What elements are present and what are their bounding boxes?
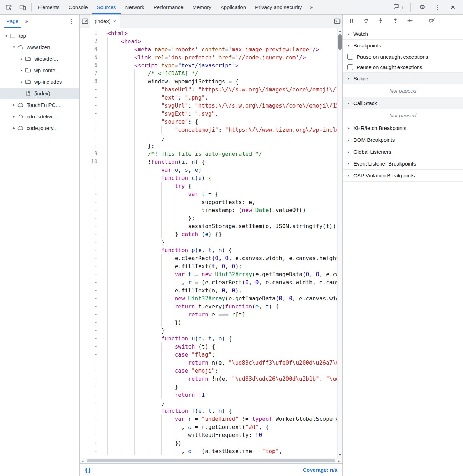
line-number[interactable]: - xyxy=(80,383,102,391)
code-line-content[interactable]: , r = (e.clearRect(0, 0, e.canvas.width,… xyxy=(102,278,337,286)
line-number[interactable]: - xyxy=(80,166,102,174)
tab-application[interactable]: Application xyxy=(216,0,251,14)
more-tabs-button[interactable]: » xyxy=(306,0,316,14)
code-line-content[interactable]: "baseUrl": "https:\/\/s.w.org\/images\/c… xyxy=(102,86,337,94)
scroll-down-icon[interactable]: ▾ xyxy=(338,452,342,457)
code-line-content[interactable]: function u(e, t, n) { xyxy=(102,335,337,343)
line-number[interactable]: - xyxy=(80,407,102,415)
settings-button[interactable]: ⚙ xyxy=(417,2,427,13)
line-number[interactable]: 2 xyxy=(80,37,102,45)
tab-elements[interactable]: Elements xyxy=(33,0,64,14)
line-number[interactable]: 4 xyxy=(80,45,102,53)
code-line-content[interactable]: supportTests: e, xyxy=(102,198,337,206)
vertical-scrollbar[interactable]: ▴ ▾ xyxy=(337,28,342,458)
code-line-content[interactable]: } catch (e) {} xyxy=(102,230,337,238)
tree-item-touchen-pc[interactable]: ▸TouchEn PC... xyxy=(0,99,79,111)
code-line-content[interactable]: return e === r[t] xyxy=(102,310,337,318)
section-header-call-stack[interactable]: ▾Call Stack xyxy=(343,97,463,109)
code-line-content[interactable]: timestamp: (new Date).valueOf() xyxy=(102,206,337,214)
inspect-element-button[interactable] xyxy=(3,2,14,13)
line-number[interactable]: - xyxy=(80,447,102,455)
code-line-content[interactable]: e.fillText(t, 0, 0); xyxy=(102,262,337,270)
code-line-content[interactable]: <link rel='dns-prefetch' href='//code.jq… xyxy=(102,53,337,61)
tree-item-index[interactable]: (index) xyxy=(0,88,79,99)
step-button[interactable] xyxy=(404,16,416,26)
code-line-content[interactable]: <html> xyxy=(102,29,337,37)
section-header-event-listener-breakpoints[interactable]: ▸Event Listener Breakpoints xyxy=(343,158,463,169)
step-over-button[interactable] xyxy=(360,16,372,26)
vertical-scrollbar-thumb[interactable] xyxy=(338,34,342,50)
line-number[interactable]: - xyxy=(80,254,102,262)
code-line-content[interactable]: } xyxy=(102,399,337,407)
tree-item-wp-includes[interactable]: ▸wp-includes xyxy=(0,76,79,88)
code-line-content[interactable]: "ext": ".png", xyxy=(102,94,337,102)
code-line-content[interactable]: try { xyxy=(102,182,337,190)
tab-performance[interactable]: Performance xyxy=(149,0,188,14)
scroll-left-icon[interactable]: ◂ xyxy=(80,459,86,463)
code-line-content[interactable]: }; xyxy=(102,214,337,222)
expand-arrow-icon[interactable]: ▸ xyxy=(19,68,24,73)
line-number[interactable]: - xyxy=(80,134,102,142)
pause-script-execution-button[interactable] xyxy=(345,16,357,26)
code-line-content[interactable]: /*! This file is auto-generated */ xyxy=(102,150,337,158)
devtools-menu-button[interactable]: ⋮ xyxy=(432,2,443,13)
code-line-content[interactable]: !function(i, n) { xyxy=(102,158,337,166)
code-line-content[interactable]: new Uint32Array(e.getImageData(0, 0, e.c… xyxy=(102,294,337,302)
tree-item-top[interactable]: ▾top xyxy=(0,30,79,42)
code-line-content[interactable]: }) xyxy=(102,439,337,447)
code-line-content[interactable]: }) xyxy=(102,318,337,327)
pretty-print-button[interactable]: {} xyxy=(84,467,91,473)
line-number[interactable]: - xyxy=(80,142,102,150)
line-number[interactable]: - xyxy=(80,102,102,110)
line-number[interactable]: - xyxy=(80,286,102,294)
expand-arrow-icon[interactable]: ▸ xyxy=(11,103,17,107)
code-line-content[interactable]: return n(e, "\ud83c\udff3\ufe0f\u200d\u2… xyxy=(102,359,337,367)
section-header-scope[interactable]: ▾Scope xyxy=(343,73,463,84)
horizontal-scrollbar-thumb[interactable] xyxy=(87,459,335,462)
code-line-content[interactable]: function f(e, t, n) { xyxy=(102,407,337,415)
code-line-content[interactable]: } xyxy=(102,134,337,142)
code-line-content[interactable]: "source": { xyxy=(102,118,337,126)
toggle-device-toolbar-button[interactable] xyxy=(17,2,28,13)
line-number[interactable]: - xyxy=(80,182,102,190)
line-number[interactable]: - xyxy=(80,86,102,94)
tree-item-www-tizen[interactable]: ▾www.tizen.... xyxy=(0,42,79,53)
tab-sources[interactable]: Sources xyxy=(92,0,121,14)
code-line-content[interactable]: function c(e) { xyxy=(102,174,337,182)
line-number[interactable]: - xyxy=(80,198,102,206)
line-number[interactable]: - xyxy=(80,391,102,399)
line-number[interactable]: - xyxy=(80,278,102,286)
line-number[interactable]: - xyxy=(80,262,102,270)
tab-memory[interactable]: Memory xyxy=(188,0,216,14)
line-number[interactable]: - xyxy=(80,423,102,431)
line-number[interactable]: - xyxy=(80,246,102,254)
code-area[interactable]: 1<html>2<head>4<meta name='robots' conte… xyxy=(80,28,337,458)
code-line-content[interactable]: <meta name='robots' content='max-image-p… xyxy=(102,45,337,53)
line-number[interactable]: - xyxy=(80,230,102,238)
scroll-right-icon[interactable]: ▸ xyxy=(336,459,342,463)
line-number[interactable]: - xyxy=(80,118,102,126)
expand-arrow-icon[interactable]: ▸ xyxy=(11,114,17,119)
line-number[interactable]: - xyxy=(80,431,102,439)
step-out-button[interactable] xyxy=(389,16,401,26)
editor-tab-index[interactable]: (index) × xyxy=(90,15,120,28)
line-number[interactable]: - xyxy=(80,222,102,230)
expand-arrow-icon[interactable]: ▸ xyxy=(19,57,24,61)
section-header-dom-breakpoints[interactable]: ▸DOM Breakpoints xyxy=(343,134,463,146)
tree-item-cdn-jsdelivr[interactable]: ▸cdn.jsdelivr.... xyxy=(0,111,79,122)
close-devtools-button[interactable]: × xyxy=(448,2,458,13)
code-line-content[interactable]: window._wpemojiSettings = { xyxy=(102,78,337,86)
code-line-content[interactable]: var t = new Uint32Array(e.getImageData(0… xyxy=(102,270,337,278)
section-header-watch[interactable]: ▸Watch xyxy=(343,28,463,39)
code-line-content[interactable]: e.fillText(n, 0, 0), xyxy=(102,286,337,294)
step-into-button[interactable] xyxy=(375,16,387,26)
line-number[interactable]: - xyxy=(80,206,102,214)
code-line-content[interactable]: , o = (a.textBaseline = "top", xyxy=(102,447,337,455)
line-number[interactable]: 7 xyxy=(80,69,102,78)
code-line-content[interactable]: var o, s, e; xyxy=(102,166,337,174)
section-header-global-listeners[interactable]: ▸Global Listeners xyxy=(343,146,463,158)
line-number[interactable]: 6 xyxy=(80,61,102,69)
code-line-content[interactable]: var r = "undefined" != typeof WorkerGlob… xyxy=(102,415,337,423)
pause-on-uncaught-exceptions-checkbox[interactable] xyxy=(347,54,353,60)
line-number[interactable]: - xyxy=(80,238,102,246)
